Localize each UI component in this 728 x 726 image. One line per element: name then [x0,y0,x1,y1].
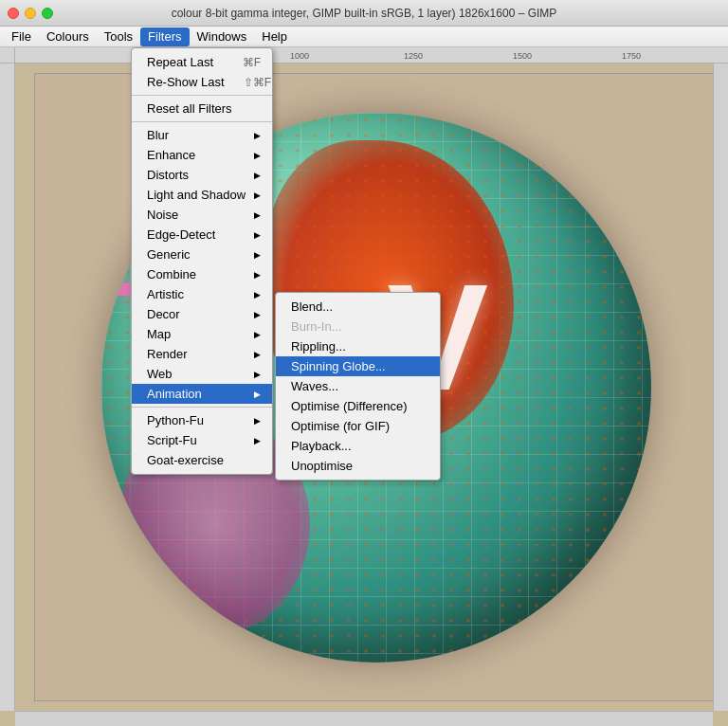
submenu-item-waves[interactable]: Waves... [276,376,440,396]
menu-item-goat-exercise[interactable]: Goat-exercise [132,450,272,470]
animation-submenu: Blend... Burn-In... Rippling... Spinning… [275,292,441,481]
ruler-mark: 1750 [622,51,641,61]
scrollbar-horizontal[interactable] [15,711,713,726]
submenu-item-spinning-globe[interactable]: Spinning Globe... [276,356,440,376]
title-bar: colour 8-bit gamma integer, GIMP built-i… [0,0,728,27]
menu-item-reset-all[interactable]: Reset all Filters [132,99,272,118]
submenu-item-rippling[interactable]: Rippling... [276,336,440,356]
menu-item-script-fu[interactable]: Script-Fu [132,430,272,450]
menu-item-edge-detect[interactable]: Edge-Detect [132,225,272,245]
filters-menu: Repeat Last ⌘F Re-Show Last ⇧⌘F Reset al… [131,47,273,475]
menu-item-web[interactable]: Web [132,364,272,384]
menu-filters[interactable]: Filters [140,27,189,46]
close-button[interactable] [8,8,19,19]
minimize-button[interactable] [25,8,36,19]
separator-1 [132,95,272,96]
menu-item-distorts[interactable]: Distorts [132,165,272,185]
menu-item-reshow-last[interactable]: Re-Show Last ⇧⌘F [132,72,272,92]
menu-item-render[interactable]: Render [132,344,272,364]
separator-3 [132,407,272,408]
menu-tools[interactable]: Tools [97,27,140,46]
menu-item-python-fu[interactable]: Python-Fu [132,410,272,430]
menu-item-decor[interactable]: Decor [132,304,272,324]
menu-item-noise[interactable]: Noise [132,205,272,225]
ruler-mark: 1500 [513,51,532,61]
submenu-item-unoptimise[interactable]: Unoptimise [276,456,440,476]
menu-item-blur[interactable]: Blur [132,125,272,145]
menu-item-combine[interactable]: Combine [132,264,272,284]
maximize-button[interactable] [42,8,53,19]
menu-item-enhance[interactable]: Enhance [132,145,272,165]
menu-windows[interactable]: Windows [190,27,255,46]
menu-item-generic[interactable]: Generic [132,245,272,264]
submenu-item-playback[interactable]: Playback... [276,436,440,456]
menu-item-map[interactable]: Map [132,324,272,344]
window-title: colour 8-bit gamma integer, GIMP built-i… [172,7,557,20]
submenu-item-burn-in: Burn-In... [276,317,440,336]
menu-help[interactable]: Help [254,27,295,46]
menu-file[interactable]: File [4,27,39,46]
traffic-lights [8,8,53,19]
submenu-item-optimise-diff[interactable]: Optimise (Difference) [276,396,440,416]
menu-item-light-shadow[interactable]: Light and Shadow [132,185,272,205]
menu-item-animation[interactable]: Animation [132,384,272,404]
menu-item-artistic[interactable]: Artistic [132,284,272,304]
ruler-corner [0,47,15,64]
ruler-horizontal: 750 1000 1250 1500 1750 [15,47,728,64]
menu-bar: File Colours Tools Filters Windows Help [0,27,728,47]
menu-item-repeat-last[interactable]: Repeat Last ⌘F [132,52,272,72]
submenu-item-blend[interactable]: Blend... [276,297,440,317]
separator-2 [132,121,272,122]
submenu-item-optimise-gif[interactable]: Optimise (for GIF) [276,416,440,436]
scrollbar-vertical[interactable] [713,64,728,711]
menu-colours[interactable]: Colours [39,27,97,46]
ruler-mark: 1250 [404,51,423,61]
ruler-vertical [0,64,15,711]
ruler-mark: 1000 [290,51,309,61]
